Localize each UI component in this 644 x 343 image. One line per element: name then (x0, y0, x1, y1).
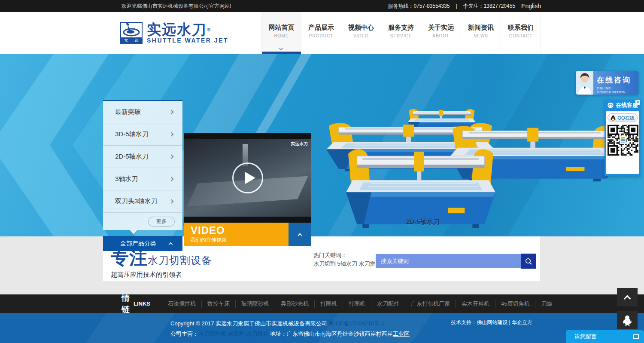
logo-name: 实远水刀 (147, 21, 207, 37)
online-consultation-badge[interactable]: 在线咨询 ONLINE CONSULTATION (576, 71, 638, 95)
hot-keywords-label: 热门关键词： (313, 251, 381, 260)
search-icon (525, 257, 532, 265)
consult-subtitle: ONLINE CONSULTATION (597, 86, 638, 94)
friend-links-band: 友情链接 LINKS 石漆搅拌机 数控车床 玻璃喷砂机 异形砂光机 打圈机 打圈… (0, 294, 644, 313)
qq-penguin-icon (611, 115, 616, 121)
hero-banner: 2D-5轴水刀 最新突破 3D-5轴水刀 2D-5轴水刀 3轴水刀 双刀头3轴水… (0, 54, 644, 236)
promo-video-block: 实远水刀 VIDEO 我们的宣传视频 (184, 133, 311, 246)
registered-mark: ® (207, 27, 211, 32)
friend-link[interactable]: 广东打包机厂家 (405, 300, 456, 308)
sidebar-item-3axis[interactable]: 3轴水刀 (103, 168, 182, 190)
play-button-icon[interactable] (232, 162, 263, 193)
service-hotline: 服务热线：0757-83554335 (388, 3, 450, 10)
sidebar-pointer (130, 230, 137, 234)
sidebar-item-dualhead-3axis[interactable]: 双刀头3轴水刀 (103, 190, 182, 213)
chevron-right-icon (170, 177, 174, 181)
top-bar: 欢迎光临佛山市实远机械设备有限公司官方网站! 服务热线：0757-8355433… (0, 0, 644, 12)
chevron-down-icon (279, 46, 283, 51)
sidebar-item-latest[interactable]: 最新突破 (103, 101, 182, 123)
search-button[interactable] (521, 254, 536, 269)
welcome-text: 欢迎光临佛山市实远机械设备有限公司官方网站! (122, 3, 231, 10)
video-watermark: 实远水刀 (291, 141, 308, 147)
all-categories-bar[interactable]: 全部产品分类 (103, 236, 182, 251)
sidebar-item-3d-5axis[interactable]: 3D-5轴水刀 (103, 123, 182, 146)
english-link[interactable]: English (521, 3, 541, 9)
company-address-tail: 工业区 (393, 331, 410, 337)
logo-mark-icon: 实 远 (120, 22, 143, 44)
product-category-sidebar: 最新突破 3D-5轴水刀 2D-5轴水刀 3轴水刀 双刀头3轴水刀 更多 全部产… (103, 100, 182, 251)
hot-keywords-list[interactable]: 水刀切割 5轴水刀 水刀拼花 (313, 260, 381, 268)
links-title-en: LINKS (134, 300, 150, 307)
tech-support[interactable]: 技术支持：佛山网站建设 | 华企立方 (451, 319, 532, 326)
friend-link[interactable]: 数控车床 (201, 300, 235, 308)
nav-item-news[interactable]: 新闻资讯 NEWS (461, 12, 501, 54)
consult-title: 在线咨询 (597, 75, 638, 85)
friend-link[interactable]: 实木开料机 (456, 300, 495, 308)
friend-link[interactable]: 水刀配件 (371, 300, 405, 308)
nav-item-home[interactable]: 网站首页 HOME (261, 12, 301, 54)
nav-item-service[interactable]: 服务支持 SERVICE (381, 12, 421, 54)
chevron-up-icon (298, 233, 302, 237)
window-icon (633, 334, 639, 339)
chevron-right-icon (170, 132, 174, 137)
customer-service-panel: ✕ 在线客服 (605, 100, 641, 176)
icp-link[interactable]: 粤ICP备17008216号-1 (329, 320, 385, 327)
friend-link[interactable]: 打圈机 (343, 300, 371, 308)
site-header: 实 远 实远水刀® SHUTTLE WATER JET 网站首页 HOME 产品… (0, 12, 644, 54)
friend-link[interactable]: 玻璃喷砂机 (235, 300, 275, 308)
qr-center-logo (620, 136, 626, 144)
logo-text: 实远水刀® SHUTTLE WATER JET (147, 22, 228, 44)
video-caption: VIDEO 我们的宣传视频 (184, 223, 289, 246)
copyright-line: Copyright © 2017 实远水刀隶属于佛山市实远机械设备有限公司 粤I… (170, 318, 410, 329)
manager-phone: 李先生：13827720455 (463, 3, 515, 10)
main-nav: 网站首页 HOME 产品展示 PRODUCT 视频中心 VIDEO 服务支持 S… (261, 12, 541, 54)
friend-link[interactable]: 异形砂光机 (275, 300, 314, 308)
nav-item-product[interactable]: 产品展示 PRODUCT (301, 12, 341, 54)
site-footer: Copyright © 2017 实远水刀隶属于佛山市实远机械设备有限公司 粤I… (0, 313, 644, 343)
qq-online-button[interactable]: QQ在线 (608, 113, 638, 122)
video-player[interactable]: 实远水刀 (184, 133, 311, 223)
video-collapse-button[interactable] (289, 223, 311, 246)
nav-item-about[interactable]: 关于实远 ABOUT (421, 12, 461, 54)
service-panel-title: 在线客服 (616, 101, 638, 109)
friend-link[interactable]: 石漆搅拌机 (162, 300, 201, 308)
topbar-divider: | (456, 3, 457, 9)
friend-link[interactable]: 打圈机 (314, 300, 343, 308)
qq-chat-button[interactable] (617, 311, 638, 329)
chevron-right-icon (170, 199, 174, 204)
more-button[interactable]: 更多 (148, 217, 175, 227)
company-address: 广东省佛山市南海区丹灶金沙镇西岸村西岸 (287, 331, 393, 337)
hot-keywords: 热门关键词： 水刀切割 5轴水刀 水刀拼花 (313, 251, 381, 268)
intro-subtitle: 超高压应用技术的引领者 (111, 271, 212, 279)
business-links[interactable]: 水刀切割机 水切割 水刀拼花 (198, 331, 270, 337)
business-line: 公司主营：水刀切割机 水切割 水刀拼花 地址：广东省佛山市南海区丹灶金沙镇西岸村… (170, 329, 410, 339)
qq-qr-code (608, 125, 638, 156)
qq-penguin-icon (623, 315, 632, 326)
nav-item-contact[interactable]: 联系我们 CONTACT (501, 12, 541, 54)
intro-section: 专注水刀切割设备 超高压应用技术的引领者 热门关键词： 水刀切割 5轴水刀 水刀… (0, 236, 644, 294)
agent-avatar (576, 71, 593, 95)
waterjet-machines-illustration (292, 103, 635, 236)
chevron-right-icon (170, 110, 174, 114)
close-icon[interactable]: ✕ (635, 100, 640, 105)
leave-message-bar[interactable]: 请您留言 (566, 330, 644, 343)
search-input[interactable] (376, 254, 521, 268)
chevron-up-icon (169, 242, 173, 247)
leave-message-label: 请您留言 (574, 333, 597, 340)
friend-links-list: 石漆搅拌机 数控车床 玻璃喷砂机 异形砂光机 打圈机 打圈机 水刀配件 广东打包… (162, 300, 558, 308)
sidebar-item-2d-5axis[interactable]: 2D-5轴水刀 (103, 146, 182, 168)
machine-label: 2D-5轴水刀 (378, 218, 468, 226)
scroll-to-top-button[interactable] (617, 288, 638, 306)
headset-icon (608, 102, 614, 108)
chevron-up-icon (624, 295, 631, 302)
logo-seal-text: 实 远 (121, 37, 142, 43)
friend-link[interactable]: 45度切角机 (495, 300, 535, 308)
company-logo[interactable]: 实 远 实远水刀® SHUTTLE WATER JET (120, 22, 228, 44)
nav-item-video[interactable]: 视频中心 VIDEO (341, 12, 381, 54)
banner-artwork: 2D-5轴水刀 (0, 54, 644, 236)
chevron-right-icon (170, 155, 174, 159)
logo-english: SHUTTLE WATER JET (147, 37, 228, 44)
friend-link[interactable]: 刀旋 (535, 300, 558, 308)
